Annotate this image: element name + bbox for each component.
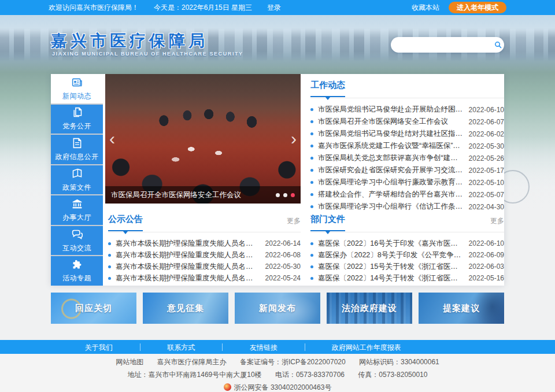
banner-label: 新闻发布 [259, 303, 296, 314]
news-list-item[interactable]: 市医保研究会赴省医保研究会开展学习交流活动2022-05-17 [310, 164, 504, 176]
sidebar-item-label: 互动交流 [62, 243, 91, 253]
more-link-dept-files[interactable]: 更多 [490, 216, 504, 226]
sidebar-item-interaction[interactable]: 互动交流 [51, 226, 103, 256]
carousel-next-button[interactable]: › [291, 130, 297, 147]
news-list-item[interactable]: 市医保局理论学习中心组举行廉政警示教育专题学习...2022-05-10 [310, 176, 504, 188]
search-input[interactable] [391, 37, 492, 53]
panel-header: 公示公告 更多 [108, 214, 301, 232]
footer-address: 地址：嘉兴市中环南路1469号中南大厦10楼 [128, 371, 262, 379]
dept-file-list-item[interactable]: 嘉医保〔2022〕14号关于转发《浙江省医疗保...2022-05-16 [310, 272, 504, 284]
news-list-item[interactable]: 市医保局党组书记马俊华赴企开展助企纾困活动2022-06-10 [310, 103, 504, 116]
sidebar-item-label: 政策文件 [62, 183, 91, 193]
bullet-icon [310, 120, 313, 123]
footer-nav-annual-report[interactable]: 政府网站工作年度报表 [332, 343, 401, 352]
page: 欢迎访问嘉兴市医疗保障局！ 今天是：2022年6月15日 星期三 登录 收藏本站… [0, 0, 555, 392]
footer-nav-friendly-links[interactable]: 友情链接 [250, 343, 278, 352]
announcement-list-item[interactable]: 嘉兴市本级长期护理保险重度失能人员名单公示（2...2022-05-24 [108, 272, 301, 284]
footer-host: 嘉兴市医疗保障局主办 [157, 358, 227, 366]
banner-respond-concerns[interactable]: 回应关切 [51, 293, 136, 324]
panel-title-announcements[interactable]: 公示公告 [108, 214, 143, 231]
footer-nav-contact[interactable]: 联系方式 [167, 343, 195, 352]
elder-mode-button[interactable]: 进入老年模式 [449, 2, 506, 13]
footer-nav-bar: 关于我们 联系方式 友情链接 政府网站工作年度报表 [0, 340, 555, 354]
carousel-dot[interactable] [276, 193, 280, 197]
footer-line-3: 浙公网安备 33040202000463号 [0, 383, 555, 392]
bullet-icon [108, 242, 111, 245]
news-list-item[interactable]: 嘉兴市医保系统党建工作会议暨“幸福医保”党建联...2022-05-30 [310, 140, 504, 152]
news-list-item[interactable]: 市医保局机关党总支部获评嘉兴市争创“建设清廉机...2022-05-26 [310, 152, 504, 164]
panel-header: 工作动态 [310, 80, 504, 98]
sidebar-nav: 新闻动态 党务公开 政府信息公开 政策文件 [51, 74, 103, 286]
bullet-icon [310, 181, 313, 184]
book-icon [71, 168, 83, 180]
banner-news-release[interactable]: 新闻发布 [235, 293, 320, 324]
announcement-list-item[interactable]: 嘉兴市本级长期护理保险重度失能人员名单公示（2...2022-05-30 [108, 261, 301, 272]
welcome-text: 欢迎访问嘉兴市医疗保障局！ [49, 3, 139, 13]
newspaper-icon [71, 76, 83, 88]
bullet-icon [310, 169, 313, 172]
bullet-icon [310, 193, 313, 196]
panel-work-news: 工作动态 市医保局党组书记马俊华赴企开展助企纾困活动2022-06-10 市医保… [310, 80, 504, 213]
news-list-item[interactable]: 市医保局理论学习中心组举行《信访工作条例》专题...2022-04-30 [310, 201, 504, 213]
footer-icp: 备案证编号：浙ICP备2022007020 [240, 358, 346, 366]
chat-icon [71, 228, 83, 241]
bank-icon [71, 198, 83, 210]
puzzle-icon [71, 258, 83, 271]
sidebar-item-gov-info[interactable]: 政府信息公开 [51, 135, 103, 164]
bullet-icon [310, 157, 313, 160]
sidebar-item-policy-files[interactable]: 政策文件 [51, 165, 103, 195]
bullet-icon [310, 145, 313, 147]
bullet-icon [310, 254, 313, 257]
carousel-caption[interactable]: 市医保局召开全市医保网络安全工作会议 [111, 190, 271, 200]
panel-header: 部门文件 更多 [310, 214, 504, 232]
sidebar-item-party-affairs[interactable]: 党务公开 [51, 105, 103, 134]
carousel-dots [276, 193, 295, 197]
footer-fax: 传真：0573-82050010 [358, 371, 427, 379]
panel-title-work-news[interactable]: 工作动态 [310, 80, 345, 97]
sitemap-link[interactable]: 网站地图 [116, 358, 143, 366]
site-title: 嘉兴市医疗保障局 [51, 30, 208, 52]
announcement-list-item[interactable]: 嘉兴市本级长期护理保险重度失能人员名单公示（2...2022-06-08 [108, 249, 301, 261]
search-icon[interactable] [492, 37, 504, 53]
work-news-list: 市医保局党组书记马俊华赴企开展助企纾困活动2022-06-10 市医保局召开全市… [310, 103, 504, 213]
bullet-icon [310, 277, 313, 280]
banner-label: 法治政府建设 [342, 303, 397, 314]
banner-rule-of-law-government[interactable]: 法治政府建设 [327, 293, 412, 324]
current-date-text: 今天是：2022年6月15日 星期三 [154, 3, 252, 13]
sidebar-item-news[interactable]: 新闻动态 [51, 74, 103, 103]
sidebar-item-special-topics[interactable]: 活动专题 [51, 256, 103, 286]
panel-announcements: 公示公告 更多 嘉兴市本级长期护理保险重度失能人员名单公示（2...2022-0… [108, 214, 301, 284]
banner-label: 意见征集 [167, 303, 204, 314]
panel-department-files: 部门文件 更多 嘉医保〔2022〕16号关于印发《嘉兴市医疗保...2022-0… [310, 214, 504, 284]
news-list-item[interactable]: 市医保局召开全市医保网络安全工作会议2022-06-07 [310, 116, 504, 128]
news-list-item[interactable]: 市医保局党组书记马俊华赴结对共建社区指导全国文...2022-06-02 [310, 128, 504, 140]
sidebar-item-service-hall[interactable]: 办事大厅 [51, 195, 103, 225]
bullet-icon [108, 254, 111, 257]
more-link-announcements[interactable]: 更多 [287, 216, 301, 226]
favorite-site-link[interactable]: 收藏本站 [412, 3, 439, 13]
carousel-dot-active[interactable] [291, 193, 295, 197]
panel-title-dept-files[interactable]: 部门文件 [310, 214, 345, 231]
banner-opinion-collection[interactable]: 意见征集 [143, 293, 228, 324]
dept-file-list-item[interactable]: 嘉医保〔2022〕16号关于印发《嘉兴市医疗保...2022-06-10 [310, 238, 504, 249]
main-content: 新闻动态 党务公开 政府信息公开 政策文件 [51, 74, 504, 286]
dept-files-list: 嘉医保〔2022〕16号关于印发《嘉兴市医疗保...2022-06-10 嘉医保… [310, 238, 504, 284]
announcement-list-item[interactable]: 嘉兴市本级长期护理保险重度失能人员名单公示（2...2022-06-14 [108, 238, 301, 249]
news-list-item[interactable]: 搭建校企合作、产学研相结合的平台嘉兴市长期护理...2022-05-07 [310, 188, 504, 201]
security-record-link[interactable]: 浙公网安备 33040202000463号 [234, 383, 332, 391]
bullet-icon [108, 265, 111, 268]
sidebar-item-label: 党务公开 [62, 121, 91, 131]
dept-file-list-item[interactable]: 嘉医保办〔2022〕8号关于印发《公平竞争审查...2022-06-09 [310, 249, 504, 261]
login-link[interactable]: 登录 [267, 3, 281, 13]
carousel-dot[interactable] [283, 193, 287, 197]
carousel-prev-button[interactable]: ‹ [109, 130, 115, 147]
banner-label: 回应关切 [75, 303, 112, 314]
carousel-slide-image[interactable] [105, 74, 301, 204]
site-title-english: JIAXING MUNICIPAL BUREAU OF HEALTHCARE S… [52, 51, 243, 57]
sidebar-item-label: 新闻动态 [62, 91, 91, 101]
copy-document-icon [71, 106, 83, 119]
banner-proposal-suggestions[interactable]: 提案建议 [419, 293, 504, 324]
bullet-icon [310, 132, 313, 135]
dept-file-list-item[interactable]: 嘉医保〔2022〕15号关于转发《浙江省医疗保...2022-06-03 [310, 261, 504, 272]
footer-nav-about-us[interactable]: 关于我们 [85, 343, 113, 352]
